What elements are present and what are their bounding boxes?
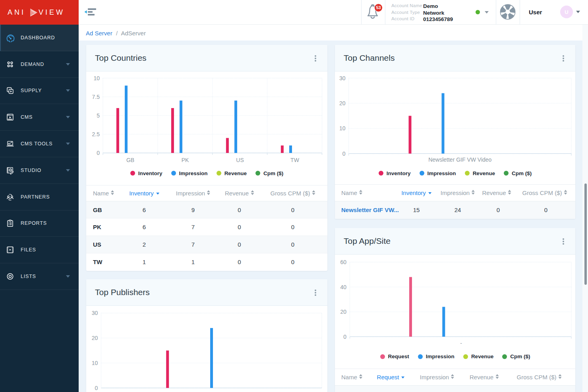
- svg-text:10: 10: [93, 75, 100, 81]
- svg-text:10: 10: [92, 360, 98, 366]
- svg-text:7.5: 7.5: [92, 94, 100, 100]
- svg-text:0: 0: [97, 150, 100, 156]
- svg-text:0: 0: [342, 151, 346, 157]
- svg-text:30: 30: [339, 75, 346, 81]
- svg-text:US: US: [236, 157, 244, 163]
- svg-text:GB: GB: [126, 157, 134, 163]
- svg-text:20: 20: [92, 335, 98, 341]
- svg-text:PK: PK: [182, 157, 189, 163]
- svg-text:0: 0: [343, 334, 346, 340]
- svg-text:TW: TW: [290, 157, 300, 163]
- svg-text:20: 20: [340, 309, 346, 315]
- svg-text:5: 5: [97, 112, 100, 119]
- svg-text:2.5: 2.5: [92, 131, 100, 137]
- svg-text:30: 30: [92, 310, 98, 316]
- svg-text:40: 40: [340, 284, 346, 290]
- svg-text:-: -: [460, 340, 462, 346]
- svg-text:0: 0: [95, 385, 98, 391]
- svg-text:60: 60: [340, 259, 346, 265]
- svg-text:20: 20: [339, 100, 346, 106]
- svg-text:Newsletter GIF VW Video: Newsletter GIF VW Video: [428, 156, 491, 163]
- svg-text:10: 10: [339, 125, 346, 131]
